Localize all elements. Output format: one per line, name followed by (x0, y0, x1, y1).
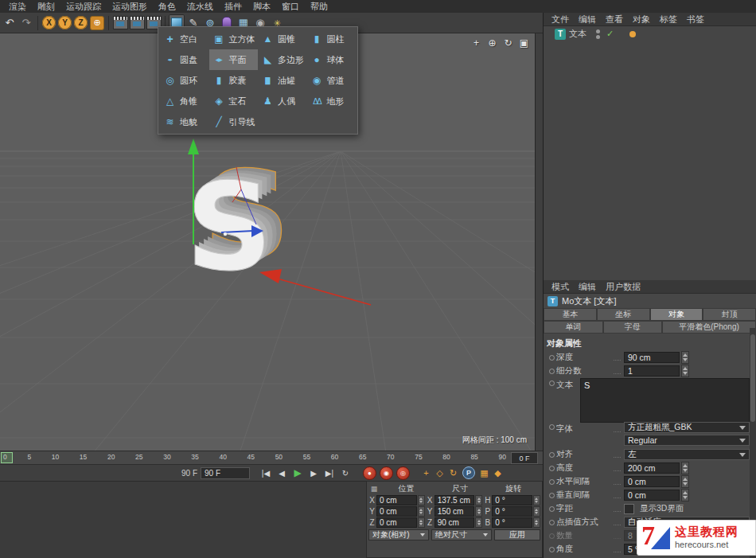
undo-button[interactable] (2, 14, 18, 32)
menubar-item[interactable]: 流水线 (181, 1, 219, 13)
axis-y-lock-button[interactable]: Y (58, 16, 72, 29)
popup-item[interactable]: 宝石 (209, 91, 259, 111)
popup-item[interactable]: 圆环 (160, 70, 209, 91)
keyframe-preset-button[interactable]: ◆ (491, 466, 505, 479)
menubar-item[interactable]: 窗口 (276, 1, 305, 13)
current-frame-box[interactable]: 0 F (511, 452, 538, 464)
record-scale-button[interactable]: ◇ (433, 466, 446, 479)
object-row-text[interactable]: T 文本 ✓ (544, 26, 756, 41)
position-field[interactable]: 0 cm (376, 506, 417, 517)
size-mode-dropdown[interactable]: 绝对尺寸 (431, 529, 492, 540)
menubar-item[interactable]: 运动图形 (107, 1, 153, 13)
popup-item[interactable]: 管道 (307, 70, 357, 91)
menubar-item[interactable]: 角色 (153, 1, 181, 13)
goto-end-button[interactable]: ▶| (321, 466, 337, 480)
menubar-item[interactable]: 脚本 (247, 1, 276, 13)
toggle-view-icon[interactable]: ▣ (518, 37, 530, 49)
visibility-dots-icon[interactable] (596, 29, 600, 39)
object-manager-menu-item[interactable]: 文件 (547, 14, 574, 25)
rotation-field[interactable]: 0 ° (492, 506, 532, 517)
anim-dot-icon[interactable] (547, 466, 556, 471)
popup-item[interactable]: 平面 (209, 49, 259, 70)
text-input[interactable]: S (580, 378, 750, 423)
axis-x-lock-button[interactable]: X (42, 16, 56, 29)
object-manager-menu-item[interactable]: 查看 (601, 14, 628, 25)
record-rotation-button[interactable]: ↻ (446, 466, 460, 479)
stepper[interactable] (475, 506, 482, 517)
record-pla-button[interactable]: ▦ (477, 466, 491, 479)
height-stepper[interactable] (681, 462, 689, 474)
popup-item[interactable]: 立方体 (209, 29, 259, 49)
menubar-item[interactable]: 帮助 (305, 1, 333, 13)
popup-item[interactable]: 球体 (307, 49, 357, 70)
popup-item[interactable]: 引导线 (209, 111, 259, 132)
attribute-manager-menu-item[interactable]: 编辑 (574, 281, 601, 293)
goto-start-button[interactable]: |◀ (258, 466, 274, 480)
stepper[interactable] (533, 495, 540, 505)
coordinate-system-button[interactable]: ⊕ (89, 14, 105, 32)
attribute-manager-menu-item[interactable]: 用户数据 (601, 281, 645, 293)
vertical-spacing-stepper[interactable] (681, 489, 689, 501)
size-field[interactable]: 90 cm (435, 517, 475, 528)
record-position-button[interactable]: + (419, 466, 433, 479)
autokeying-button[interactable]: ◉ (380, 466, 393, 480)
popup-item[interactable]: 人偶 (258, 91, 307, 111)
object-manager-menu-item[interactable]: 对象 (628, 14, 655, 25)
height-field[interactable]: 200 cm (624, 462, 680, 474)
next-frame-button[interactable]: ▶ (306, 466, 321, 480)
align-dropdown[interactable]: 左 (624, 449, 750, 460)
menubar-item[interactable]: 渲染 (3, 1, 32, 13)
previous-frame-button[interactable]: ◀ (274, 466, 290, 480)
record-keyframe-button[interactable]: ● (363, 466, 376, 480)
attribute-tab[interactable]: 单词 (544, 321, 603, 334)
position-field[interactable]: 0 cm (376, 495, 417, 505)
font-style-dropdown[interactable]: Regular (624, 435, 750, 446)
object-tag-icon[interactable] (629, 31, 636, 37)
play-button[interactable]: ▶ (290, 466, 306, 480)
show-3d-gui-checkbox[interactable] (624, 504, 634, 514)
rotation-field[interactable]: 0 ° (492, 517, 532, 528)
rotation-field[interactable]: 0 ° (492, 495, 532, 505)
attribute-tab[interactable]: 平滑着色(Phong) (662, 321, 756, 334)
popup-item[interactable]: 圆盘 (160, 49, 209, 70)
current-frame-field[interactable]: 90 F (201, 467, 250, 479)
mode-dropdown[interactable]: 对象(相对) (368, 529, 429, 540)
attribute-tab[interactable]: 封顶 (703, 308, 756, 321)
attribute-tab[interactable]: 基本 (544, 308, 597, 321)
anim-dot-icon[interactable] (547, 452, 556, 458)
anim-dot-icon[interactable] (547, 355, 556, 361)
vertical-spacing-field[interactable]: 0 cm (624, 490, 680, 501)
attribute-manager-menu-item[interactable]: 模式 (547, 281, 574, 293)
popup-item[interactable]: 空白 (160, 29, 209, 49)
object-manager-menu-item[interactable]: 标签 (655, 14, 682, 25)
menubar-item[interactable]: 插件 (219, 1, 247, 13)
subdivision-stepper[interactable] (681, 365, 689, 377)
stepper[interactable] (418, 517, 425, 528)
subdivision-field[interactable]: 1 (624, 365, 680, 377)
popup-item[interactable]: 圆柱 (307, 29, 357, 49)
anim-dot-icon[interactable] (547, 380, 556, 386)
popup-item[interactable]: 圆锥 (258, 29, 307, 49)
anim-dot-icon[interactable] (547, 479, 556, 485)
material-manager-area[interactable] (0, 481, 366, 558)
menubar-item[interactable]: 运动跟踪 (60, 1, 107, 13)
font-name-dropdown[interactable]: 方正超粗黑_GBK (624, 422, 750, 433)
axis-z-lock-button[interactable]: Z (74, 16, 88, 29)
stepper[interactable] (475, 517, 482, 528)
attribute-tab[interactable]: 对象 (650, 308, 703, 321)
apply-button[interactable]: 应用 (494, 529, 540, 540)
object-manager-menu-item[interactable]: 书签 (682, 14, 709, 25)
scrollbar-thumb[interactable] (750, 334, 755, 422)
popup-item[interactable]: 多边形 (258, 49, 307, 70)
depth-field[interactable]: 90 cm (624, 352, 680, 363)
popup-item[interactable]: 油罐 (258, 70, 307, 91)
timeline-ruler[interactable]: 051015202530354045505560657075808590 0 F (0, 451, 543, 464)
anim-dot-icon[interactable] (547, 547, 556, 552)
attribute-tab[interactable]: 字母 (603, 321, 663, 334)
record-parameter-button[interactable]: P (462, 466, 475, 479)
stepper[interactable] (533, 506, 540, 517)
anim-dot-icon[interactable] (547, 493, 556, 498)
depth-stepper[interactable] (681, 351, 689, 364)
rotate-view-icon[interactable]: ↻ (502, 37, 514, 49)
stepper[interactable] (418, 506, 425, 517)
